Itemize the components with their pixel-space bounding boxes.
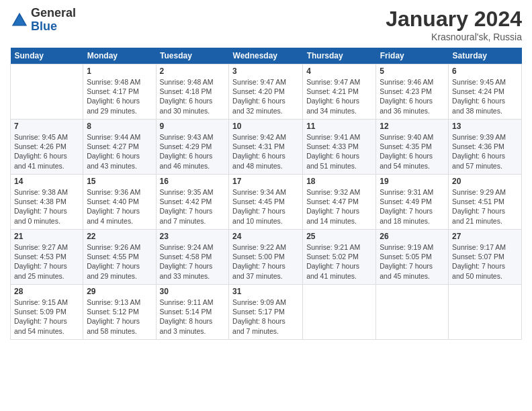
- day-info: Sunrise: 9:48 AM Sunset: 4:17 PM Dayligh…: [87, 77, 152, 116]
- day-number: 23: [160, 232, 226, 241]
- day-number: 20: [452, 177, 518, 186]
- day-info: Sunrise: 9:17 AM Sunset: 5:07 PM Dayligh…: [452, 242, 518, 281]
- day-info: Sunrise: 9:29 AM Sunset: 4:51 PM Dayligh…: [452, 187, 518, 226]
- calendar-cell: [376, 285, 449, 340]
- calendar-cell: 21Sunrise: 9:27 AM Sunset: 4:53 PM Dayli…: [11, 230, 83, 285]
- day-number: 26: [380, 232, 445, 241]
- day-number: 5: [380, 66, 445, 76]
- day-info: Sunrise: 9:45 AM Sunset: 4:24 PM Dayligh…: [452, 77, 518, 116]
- calendar-cell: 9Sunrise: 9:43 AM Sunset: 4:29 PM Daylig…: [156, 120, 229, 175]
- calendar-cell: 4Sunrise: 9:47 AM Sunset: 4:21 PM Daylig…: [303, 64, 376, 120]
- day-number: 10: [232, 122, 299, 131]
- day-number: 29: [87, 287, 152, 296]
- location-text: Krasnoural'sk, Russia: [386, 32, 522, 42]
- day-number: 22: [87, 232, 152, 241]
- day-number: 18: [306, 177, 372, 186]
- weekday-header-friday: Friday: [376, 48, 449, 64]
- weekday-header-thursday: Thursday: [303, 48, 376, 64]
- calendar-cell: 1Sunrise: 9:48 AM Sunset: 4:17 PM Daylig…: [83, 64, 156, 120]
- day-info: Sunrise: 9:43 AM Sunset: 4:29 PM Dayligh…: [160, 132, 226, 171]
- calendar-week-row: 21Sunrise: 9:27 AM Sunset: 4:53 PM Dayli…: [11, 230, 522, 285]
- calendar-cell: 28Sunrise: 9:15 AM Sunset: 5:09 PM Dayli…: [11, 285, 83, 340]
- day-number: 21: [14, 232, 79, 241]
- day-number: 7: [14, 122, 79, 131]
- weekday-header-row: SundayMondayTuesdayWednesdayThursdayFrid…: [11, 48, 522, 64]
- day-number: 6: [452, 66, 518, 76]
- day-info: Sunrise: 9:47 AM Sunset: 4:21 PM Dayligh…: [306, 77, 372, 116]
- day-info: Sunrise: 9:45 AM Sunset: 4:26 PM Dayligh…: [14, 132, 79, 171]
- calendar-cell: 17Sunrise: 9:34 AM Sunset: 4:45 PM Dayli…: [229, 175, 303, 230]
- day-number: 24: [232, 232, 299, 241]
- day-info: Sunrise: 9:31 AM Sunset: 4:49 PM Dayligh…: [380, 187, 445, 226]
- day-number: 1: [87, 66, 152, 76]
- day-number: 4: [306, 66, 372, 76]
- calendar-cell: 26Sunrise: 9:19 AM Sunset: 5:05 PM Dayli…: [376, 230, 449, 285]
- day-number: 15: [87, 177, 152, 186]
- logo-blue-text: Blue: [31, 20, 76, 34]
- day-number: 19: [380, 177, 445, 186]
- day-info: Sunrise: 9:22 AM Sunset: 5:00 PM Dayligh…: [232, 242, 299, 281]
- calendar-cell: 19Sunrise: 9:31 AM Sunset: 4:49 PM Dayli…: [376, 175, 449, 230]
- day-number: 27: [452, 232, 518, 241]
- calendar-cell: 11Sunrise: 9:41 AM Sunset: 4:33 PM Dayli…: [303, 120, 376, 175]
- day-info: Sunrise: 9:27 AM Sunset: 4:53 PM Dayligh…: [14, 242, 79, 281]
- logo-icon: [10, 11, 29, 30]
- title-area: January 2024 Krasnoural'sk, Russia: [386, 7, 522, 42]
- day-info: Sunrise: 9:38 AM Sunset: 4:38 PM Dayligh…: [14, 187, 79, 226]
- day-info: Sunrise: 9:21 AM Sunset: 5:02 PM Dayligh…: [306, 242, 372, 281]
- day-number: 8: [87, 122, 152, 131]
- calendar-cell: 3Sunrise: 9:47 AM Sunset: 4:20 PM Daylig…: [229, 64, 303, 120]
- day-info: Sunrise: 9:15 AM Sunset: 5:09 PM Dayligh…: [14, 298, 79, 336]
- day-info: Sunrise: 9:47 AM Sunset: 4:20 PM Dayligh…: [232, 77, 299, 116]
- calendar-cell: 7Sunrise: 9:45 AM Sunset: 4:26 PM Daylig…: [11, 120, 83, 175]
- day-info: Sunrise: 9:11 AM Sunset: 5:14 PM Dayligh…: [160, 298, 226, 336]
- calendar-cell: 14Sunrise: 9:38 AM Sunset: 4:38 PM Dayli…: [11, 175, 83, 230]
- logo-general-text: General: [31, 7, 76, 20]
- calendar-week-row: 7Sunrise: 9:45 AM Sunset: 4:26 PM Daylig…: [11, 120, 522, 175]
- calendar-cell: 18Sunrise: 9:32 AM Sunset: 4:47 PM Dayli…: [303, 175, 376, 230]
- day-number: 9: [160, 122, 226, 131]
- weekday-header-sunday: Sunday: [11, 48, 83, 64]
- calendar-cell: 30Sunrise: 9:11 AM Sunset: 5:14 PM Dayli…: [156, 285, 229, 340]
- calendar-table: SundayMondayTuesdayWednesdayThursdayFrid…: [10, 48, 522, 340]
- day-number: 30: [160, 287, 226, 296]
- weekday-header-monday: Monday: [83, 48, 156, 64]
- day-number: 11: [306, 122, 372, 131]
- day-number: 12: [380, 122, 445, 131]
- day-info: Sunrise: 9:09 AM Sunset: 5:17 PM Dayligh…: [232, 298, 299, 336]
- weekday-header-saturday: Saturday: [449, 48, 522, 64]
- day-number: 3: [232, 66, 299, 76]
- day-info: Sunrise: 9:35 AM Sunset: 4:42 PM Dayligh…: [160, 187, 226, 226]
- calendar-week-row: 1Sunrise: 9:48 AM Sunset: 4:17 PM Daylig…: [11, 64, 522, 120]
- calendar-cell: 31Sunrise: 9:09 AM Sunset: 5:17 PM Dayli…: [229, 285, 303, 340]
- day-number: 13: [452, 122, 518, 131]
- calendar-cell: 22Sunrise: 9:26 AM Sunset: 4:55 PM Dayli…: [83, 230, 156, 285]
- calendar-cell: 12Sunrise: 9:40 AM Sunset: 4:35 PM Dayli…: [376, 120, 449, 175]
- calendar-cell: 15Sunrise: 9:36 AM Sunset: 4:40 PM Dayli…: [83, 175, 156, 230]
- calendar-week-row: 28Sunrise: 9:15 AM Sunset: 5:09 PM Dayli…: [11, 285, 522, 340]
- calendar-week-row: 14Sunrise: 9:38 AM Sunset: 4:38 PM Dayli…: [11, 175, 522, 230]
- calendar-cell: 2Sunrise: 9:48 AM Sunset: 4:18 PM Daylig…: [156, 64, 229, 120]
- month-title: January 2024: [386, 7, 522, 32]
- day-number: 2: [160, 66, 226, 76]
- calendar-cell: 25Sunrise: 9:21 AM Sunset: 5:02 PM Dayli…: [303, 230, 376, 285]
- calendar-cell: 23Sunrise: 9:24 AM Sunset: 4:58 PM Dayli…: [156, 230, 229, 285]
- calendar-cell: 27Sunrise: 9:17 AM Sunset: 5:07 PM Dayli…: [449, 230, 522, 285]
- calendar-cell: 29Sunrise: 9:13 AM Sunset: 5:12 PM Dayli…: [83, 285, 156, 340]
- weekday-header-wednesday: Wednesday: [229, 48, 303, 64]
- day-info: Sunrise: 9:32 AM Sunset: 4:47 PM Dayligh…: [306, 187, 372, 226]
- day-info: Sunrise: 9:19 AM Sunset: 5:05 PM Dayligh…: [380, 242, 445, 281]
- day-number: 25: [306, 232, 372, 241]
- day-number: 28: [14, 287, 79, 296]
- header: General Blue January 2024 Krasnoural'sk,…: [10, 7, 522, 42]
- weekday-header-tuesday: Tuesday: [156, 48, 229, 64]
- calendar-cell: 6Sunrise: 9:45 AM Sunset: 4:24 PM Daylig…: [449, 64, 522, 120]
- day-info: Sunrise: 9:44 AM Sunset: 4:27 PM Dayligh…: [87, 132, 152, 171]
- calendar-cell: 10Sunrise: 9:42 AM Sunset: 4:31 PM Dayli…: [229, 120, 303, 175]
- day-info: Sunrise: 9:13 AM Sunset: 5:12 PM Dayligh…: [87, 298, 152, 336]
- calendar-cell: [303, 285, 376, 340]
- calendar-cell: 24Sunrise: 9:22 AM Sunset: 5:00 PM Dayli…: [229, 230, 303, 285]
- day-info: Sunrise: 9:39 AM Sunset: 4:36 PM Dayligh…: [452, 132, 518, 171]
- calendar-cell: 8Sunrise: 9:44 AM Sunset: 4:27 PM Daylig…: [83, 120, 156, 175]
- day-info: Sunrise: 9:41 AM Sunset: 4:33 PM Dayligh…: [306, 132, 372, 171]
